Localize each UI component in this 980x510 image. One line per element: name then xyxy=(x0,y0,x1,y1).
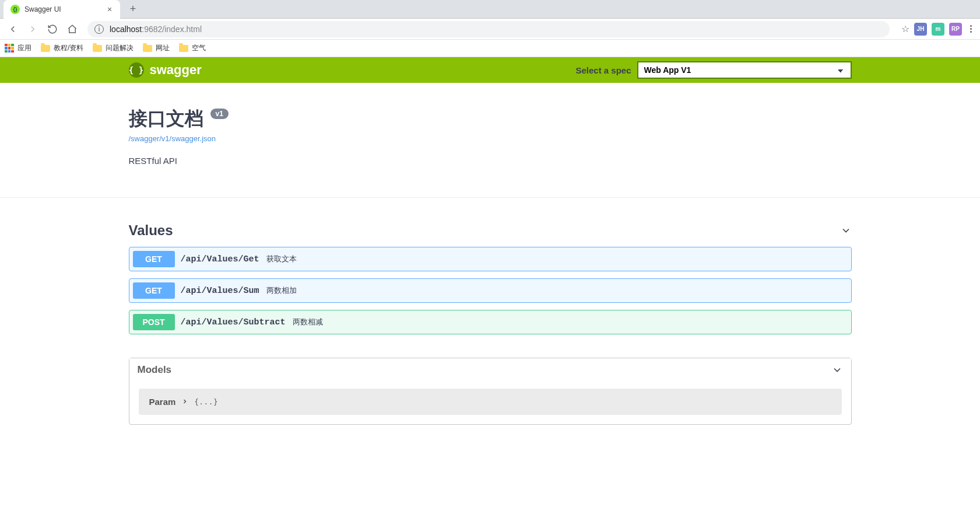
browser-chrome: {} Swagger UI × + i localhost:9682/index… xyxy=(0,0,980,57)
reload-button[interactable] xyxy=(44,21,61,37)
operations-section: Values GET /api/Values/Get 获取文本 GET /api… xyxy=(117,198,863,460)
operation-summary: 两数相加 xyxy=(266,285,297,296)
method-badge: GET xyxy=(133,251,175,267)
extension-icon[interactable]: m xyxy=(932,23,944,36)
browser-tab[interactable]: {} Swagger UI × xyxy=(3,0,120,19)
folder-icon xyxy=(143,45,152,52)
operation-row[interactable]: GET /api/Values/Sum 两数相加 xyxy=(129,278,852,303)
model-preview: {...} xyxy=(194,398,218,406)
api-title: 接口文档 xyxy=(129,106,203,132)
swagger-logo[interactable]: { } swagger xyxy=(129,62,202,78)
bookmark-label: 教程/资料 xyxy=(54,43,83,53)
tag-name: Values xyxy=(129,222,173,239)
url-actions: ☆ JH m RP xyxy=(901,23,975,36)
folder-icon xyxy=(93,45,102,52)
back-button[interactable] xyxy=(5,21,21,37)
info-icon: i xyxy=(94,25,104,34)
operation-summary: 获取文本 xyxy=(266,254,297,264)
url-text: localhost:9682/index.html xyxy=(110,25,202,34)
bookmark-label: 网址 xyxy=(156,43,170,53)
chevron-right-icon xyxy=(181,397,188,407)
info-section: 接口文档 v1 /swagger/v1/swagger.json RESTful… xyxy=(0,83,980,198)
api-description: RESTful API xyxy=(129,156,852,166)
method-badge: POST xyxy=(133,314,175,330)
nav-bar: i localhost:9682/index.html ☆ JH m RP xyxy=(0,19,980,40)
tab-title: Swagger UI xyxy=(24,5,105,13)
spec-label: Select a spec xyxy=(575,65,631,75)
bookmark-label: 问题解决 xyxy=(106,43,134,53)
swagger-logo-icon: { } xyxy=(129,62,144,78)
extension-icon[interactable]: RP xyxy=(949,23,962,36)
bookmark-star-icon[interactable]: ☆ xyxy=(901,23,909,34)
chevron-down-icon xyxy=(840,225,852,236)
browser-menu-button[interactable] xyxy=(967,25,975,33)
new-tab-button[interactable]: + xyxy=(125,1,141,18)
forward-button[interactable] xyxy=(24,21,41,37)
version-badge: v1 xyxy=(210,109,229,119)
tab-close-button[interactable]: × xyxy=(105,5,114,14)
operation-row[interactable]: POST /api/Values/Subtract 两数相减 xyxy=(129,310,852,334)
tab-bar: {} Swagger UI × + xyxy=(0,0,980,19)
spec-selector-wrap: Select a spec Web App V1 xyxy=(575,61,851,79)
operation-path: /api/Values/Sum xyxy=(181,286,259,296)
swagger-json-link[interactable]: /swagger/v1/swagger.json xyxy=(129,134,216,143)
models-title: Models xyxy=(138,364,172,376)
tag-header[interactable]: Values xyxy=(129,215,852,247)
swagger-logo-text: swagger xyxy=(150,62,202,78)
bookmark-label: 空气 xyxy=(192,43,206,53)
apps-shortcut[interactable]: 应用 xyxy=(5,43,31,53)
bookmark-folder[interactable]: 网址 xyxy=(143,43,170,53)
folder-icon xyxy=(179,45,188,52)
spec-select[interactable]: Web App V1 xyxy=(637,61,852,79)
swagger-topbar: { } swagger Select a spec Web App V1 xyxy=(0,57,980,83)
operation-row[interactable]: GET /api/Values/Get 获取文本 xyxy=(129,247,852,271)
swagger-favicon-icon: {} xyxy=(10,5,20,14)
model-item[interactable]: Param {...} xyxy=(139,389,842,415)
url-path: :9682/index.html xyxy=(142,25,202,34)
operation-path: /api/Values/Get xyxy=(181,254,259,264)
model-name: Param xyxy=(149,397,176,407)
chevron-down-icon xyxy=(831,364,843,376)
url-bar[interactable]: i localhost:9682/index.html xyxy=(87,21,890,37)
bookmark-folder[interactable]: 教程/资料 xyxy=(41,43,83,53)
method-badge: GET xyxy=(133,282,175,299)
models-header[interactable]: Models xyxy=(129,358,851,382)
folder-icon xyxy=(41,45,50,52)
bookmarks-bar: 应用 教程/资料 问题解决 网址 空气 xyxy=(0,40,980,57)
apps-label: 应用 xyxy=(17,43,31,53)
extension-icon[interactable]: JH xyxy=(914,23,927,36)
operation-path: /api/Values/Subtract xyxy=(181,317,286,327)
bookmark-folder[interactable]: 空气 xyxy=(179,43,206,53)
home-button[interactable] xyxy=(64,21,80,37)
apps-grid-icon xyxy=(5,44,14,53)
models-section: Models Param {...} xyxy=(129,358,852,425)
bookmark-folder[interactable]: 问题解决 xyxy=(93,43,134,53)
url-host: localhost xyxy=(110,25,142,34)
operation-summary: 两数相减 xyxy=(293,317,323,327)
